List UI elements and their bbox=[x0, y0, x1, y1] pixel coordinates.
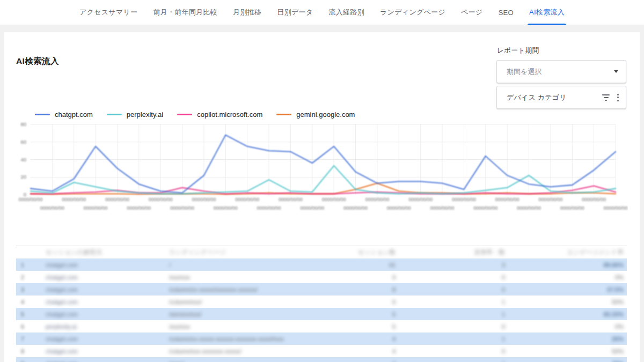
svg-text:0000/00/00: 0000/00/00 bbox=[149, 197, 173, 202]
report-canvas: AI検索流入 レポート期間 期間を選択 デバイス カテゴリ chatgpt.co… bbox=[4, 32, 640, 362]
svg-text:0000/00/00: 0000/00/00 bbox=[105, 197, 129, 202]
tab-7[interactable]: SEO bbox=[498, 0, 514, 25]
svg-text:0000/00/00: 0000/00/00 bbox=[40, 205, 64, 211]
filter-icon bbox=[602, 94, 610, 101]
legend-item[interactable]: copilot.microsoft.com bbox=[177, 110, 262, 119]
table-cell: 4 bbox=[347, 336, 396, 342]
table-cell: /xxx/xxx bbox=[169, 323, 347, 330]
legend-label: perplexity.ai bbox=[127, 110, 163, 119]
tab-0[interactable]: アクセスサマリー bbox=[79, 0, 138, 25]
table-cell: chatgpt.com bbox=[33, 360, 169, 362]
period-select[interactable]: 期間を選択 bbox=[496, 60, 626, 83]
tab-6[interactable]: ページ bbox=[460, 0, 484, 25]
legend-swatch bbox=[177, 114, 192, 115]
svg-text:0000/00/00: 0000/00/00 bbox=[214, 205, 238, 211]
legend-item[interactable]: chatgpt.com bbox=[35, 110, 93, 119]
table-cell: 4 bbox=[347, 360, 396, 362]
table-cell: 0 bbox=[396, 348, 505, 354]
table-row[interactable]: 3chatgpt.com/column/xx-xxxxx/xxxxxxx-xxx… bbox=[16, 283, 627, 295]
table-cell: 75% bbox=[505, 360, 625, 362]
table-cell: / bbox=[169, 262, 347, 268]
device-category-label: デバイス カテゴリ bbox=[507, 93, 602, 102]
svg-text:0000/00/00: 0000/00/00 bbox=[538, 197, 562, 202]
table-cell: 41 bbox=[347, 262, 396, 268]
table-cell: 6 bbox=[347, 299, 396, 305]
report-tab-bar: アクセスサマリー前月・前年同月比較月別推移日別データ流入経路別ランディングページ… bbox=[0, 0, 644, 25]
table-cell: 4 bbox=[16, 299, 33, 305]
table-cell: 50% bbox=[505, 348, 625, 354]
svg-text:40: 40 bbox=[20, 157, 26, 162]
column-header[interactable]: エンゲージメント率 bbox=[505, 248, 625, 256]
table-cell: chatgpt.com bbox=[33, 262, 169, 268]
svg-text:0000/00/00: 0000/00/00 bbox=[430, 205, 455, 211]
svg-text:0000/00/00: 0000/00/00 bbox=[257, 205, 281, 211]
table-cell: 1 bbox=[396, 360, 505, 362]
table-row[interactable]: 7chatgpt.com/column/xx-xxxxx-xxxxxx-xxxx… bbox=[16, 333, 627, 345]
tab-4[interactable]: 流入経路別 bbox=[328, 0, 365, 25]
legend-item[interactable]: perplexity.ai bbox=[107, 110, 163, 119]
table-row[interactable]: 9chatgpt.com/xxxx/4175% bbox=[16, 357, 627, 362]
table-cell: 0% bbox=[505, 274, 625, 280]
timeseries-chart[interactable]: 8060402000000/00/000000/00/000000/00/000… bbox=[16, 121, 628, 213]
svg-text:0000/00/00: 0000/00/00 bbox=[170, 205, 194, 211]
table-cell: 2 bbox=[16, 274, 33, 280]
table-cell: 3 bbox=[16, 286, 33, 293]
table-cell: 1 bbox=[16, 262, 33, 268]
legend-item[interactable]: gemini.google.com bbox=[276, 110, 355, 119]
table-cell: /column/xxx-xxxxxxx-xxxxx/ bbox=[169, 348, 347, 354]
svg-text:0000/00/00: 0000/00/00 bbox=[408, 197, 433, 202]
chart-legend: chatgpt.comperplexity.aicopilot.microsof… bbox=[35, 110, 355, 119]
table-cell: /column/xxx/ bbox=[169, 299, 347, 305]
table-cell: perplexity.ai bbox=[33, 323, 169, 330]
table-row[interactable]: 4chatgpt.com/column/xxx/6150% bbox=[16, 295, 627, 308]
legend-swatch bbox=[276, 114, 291, 115]
table-cell: /service/xxx/ bbox=[169, 311, 347, 317]
table-cell: 7 bbox=[16, 336, 33, 342]
svg-text:0000/00/00: 0000/00/00 bbox=[582, 197, 606, 202]
table-cell: /xxxx/ bbox=[169, 360, 347, 362]
line-chart-svg: 8060402000000/00/000000/00/000000/00/000… bbox=[16, 121, 628, 213]
table-header-row: セッションの参照元ランディングページセッション数直帰率・数エンゲージメント率 bbox=[16, 246, 627, 258]
column-header[interactable]: ランディングページ bbox=[169, 248, 347, 256]
svg-text:0000/00/00: 0000/00/00 bbox=[192, 197, 216, 202]
svg-text:0000/00/00: 0000/00/00 bbox=[279, 197, 303, 202]
table-row[interactable]: 2chatgpt.com/xxx/xxx900% bbox=[16, 271, 627, 283]
svg-text:0000/00/00: 0000/00/00 bbox=[365, 197, 389, 202]
table-cell: /column/xx-xxxxx-xxxxxx-xxxxxxx-xxxx/#xx… bbox=[169, 336, 347, 342]
table-cell: 6 bbox=[347, 311, 396, 317]
tab-5[interactable]: ランディングページ bbox=[379, 0, 446, 25]
table-cell: 4 bbox=[347, 348, 396, 354]
svg-text:0000/00/00: 0000/00/00 bbox=[322, 197, 346, 202]
tab-1[interactable]: 前月・前年同月比較 bbox=[152, 0, 218, 25]
table-row[interactable]: 6perplexity.ai/xxx/xxx500% bbox=[16, 320, 627, 333]
table-cell: 83.33% bbox=[505, 311, 625, 317]
column-header[interactable]: セッションの参照元 bbox=[33, 248, 169, 256]
svg-text:0000/00/00: 0000/00/00 bbox=[235, 197, 259, 202]
legend-label: gemini.google.com bbox=[296, 110, 355, 119]
device-category-filter[interactable]: デバイス カテゴリ bbox=[496, 86, 626, 109]
legend-label: copilot.microsoft.com bbox=[197, 110, 262, 119]
table-cell: 25% bbox=[505, 336, 625, 342]
tab-2[interactable]: 月別推移 bbox=[232, 0, 262, 25]
table-cell: 8 bbox=[347, 286, 396, 293]
table-cell: 1 bbox=[396, 336, 505, 342]
column-header[interactable]: セッション数 bbox=[347, 248, 396, 256]
more-vert-icon bbox=[617, 94, 619, 101]
svg-text:60: 60 bbox=[20, 139, 26, 145]
column-header[interactable]: 直帰率・数 bbox=[396, 248, 505, 256]
svg-text:0000/00/00: 0000/00/00 bbox=[603, 205, 627, 211]
table-cell: 50% bbox=[505, 299, 625, 305]
table-cell: 9 bbox=[16, 360, 33, 362]
table-cell: chatgpt.com bbox=[33, 336, 169, 342]
table-cell: chatgpt.com bbox=[33, 348, 169, 354]
table-row[interactable]: 5chatgpt.com/service/xxx/6183.33% bbox=[16, 308, 627, 320]
table-row[interactable]: 1chatgpt.com/41389.66% bbox=[16, 258, 627, 271]
tab-3[interactable]: 日別データ bbox=[276, 0, 313, 25]
svg-text:0000/00/00: 0000/00/00 bbox=[517, 205, 541, 211]
table-row[interactable]: 8chatgpt.com/column/xxx-xxxxxxx-xxxxx/40… bbox=[16, 345, 627, 357]
table-cell: 0 bbox=[396, 286, 505, 293]
legend-swatch bbox=[107, 114, 122, 115]
tab-8[interactable]: AI検索流入 bbox=[529, 0, 565, 25]
table-cell: /column/xx-xxxxx/xxxxxxx-xxxxxx/ bbox=[169, 286, 347, 293]
table-cell: 89.66% bbox=[505, 262, 625, 268]
